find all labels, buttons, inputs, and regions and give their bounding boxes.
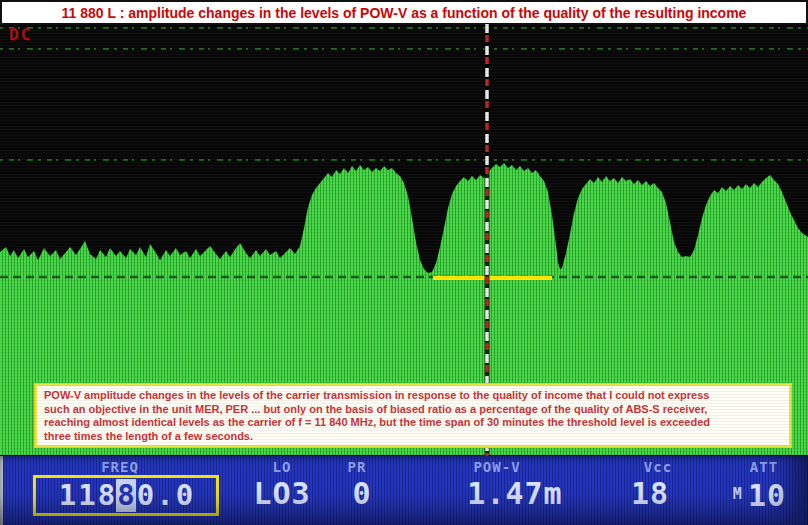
status-bar-left-edge	[0, 456, 3, 525]
annotation-line: POW-V amplitude changes in the levels of…	[44, 389, 782, 403]
freq-digit: 8	[97, 479, 116, 512]
pr-value: 0	[330, 477, 394, 511]
att-number: 10	[748, 478, 786, 513]
vcc-label: Vcc	[612, 459, 704, 475]
freq-digit: 0	[175, 479, 194, 512]
powv-value: 1.47m	[440, 477, 590, 511]
freq-digit: 1	[58, 479, 77, 512]
title-bar: 11 880 L : amplitude changes in the leve…	[0, 0, 808, 25]
freq-digit-cursor: 8	[116, 479, 135, 512]
status-bar: FREQ LO PR POW-V Vcc ATT 11880.0 LO3 0 1…	[0, 456, 808, 525]
att-label: ATT	[722, 459, 806, 475]
annotation-line: such an objective in the unit MER, PER .…	[44, 403, 782, 417]
annotation-line: three times the length of a few seconds.	[44, 430, 782, 444]
lo-value: LO3	[238, 477, 326, 511]
freq-value-field[interactable]: 11880.0	[33, 475, 219, 516]
vcc-value: 18	[604, 477, 696, 511]
meter-screen: 11 880 L : amplitude changes in the leve…	[0, 0, 808, 525]
dc-indicator: DC	[9, 25, 32, 44]
annotation-box: POW-V amplitude changes in the levels of…	[35, 384, 791, 447]
lo-label: LO	[238, 459, 326, 475]
annotation-line: reaching almost identical levels as the …	[44, 416, 782, 430]
freq-digit: 1	[77, 479, 96, 512]
freq-digit: 0	[136, 479, 155, 512]
att-value: M10	[700, 477, 794, 513]
powv-label: POW-V	[440, 459, 554, 475]
pr-label: PR	[320, 459, 394, 475]
att-mode-prefix: M	[733, 485, 743, 503]
freq-digit: .	[155, 479, 174, 512]
spectrum-display: DC POW-V amplitude changes in the levels…	[0, 24, 808, 456]
page-title: 11 880 L : amplitude changes in the leve…	[62, 5, 747, 21]
freq-label: FREQ	[60, 459, 180, 475]
